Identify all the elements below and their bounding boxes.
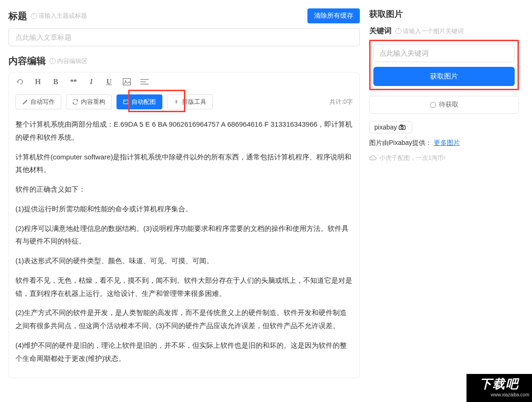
content-paragraph: (2)生产方式不同的软件是开发，是人类智能的高发挥，而不是传统意义上的硬件制造。… xyxy=(15,306,353,332)
editor-section-header: 内容编辑 内容编辑区 xyxy=(8,55,360,67)
more-images-link[interactable]: 更多图片 xyxy=(434,139,460,146)
watermark-badge: 下载吧 www.xiazaiba.com xyxy=(466,374,532,402)
word-count-label: 共计:0字 xyxy=(329,98,353,106)
title-section-header: 标题 请输入主题或标题 清除所有缓存 xyxy=(8,8,360,23)
fetch-image-title: 获取图片 xyxy=(369,8,519,20)
layout-tool-button[interactable]: 排版工具 xyxy=(167,94,213,109)
auto-image-button[interactable]: 自动配图 xyxy=(117,94,162,109)
svg-point-1 xyxy=(125,80,126,82)
title-hint: 请输入主题或标题 xyxy=(31,12,87,20)
action-toolbar: 自动写作 内容重构 自动配图 排版工具 共计:0字 xyxy=(9,92,359,116)
format-toolbar: H B ❝❝ I U xyxy=(9,72,359,92)
keyword-label-group: 关键词 请输入一个图片关键词 xyxy=(369,26,519,36)
clear-cache-button[interactable]: 清除所有缓存 xyxy=(307,8,360,23)
image-fetch-panel: 获取图片 关键词 请输入一个图片关键词 获取图片 待获取 pixabay 图片由… xyxy=(369,8,524,402)
editor-card: H B ❝❝ I U 自动写作 内容重构 xyxy=(8,72,360,378)
svg-point-6 xyxy=(124,101,125,102)
keyword-input[interactable] xyxy=(373,44,515,62)
content-paragraph: (4)维护不同的硬件是旧的，理论上软件是旧的，并不坏，但实际上软件也是旧的和坏的… xyxy=(15,339,353,365)
content-paragraph: (1)提供运行时所需功能和性能的命令或计算机程序集合。 xyxy=(15,202,353,215)
title-heading-group: 标题 请输入主题或标题 xyxy=(8,10,87,22)
undo-icon[interactable] xyxy=(15,77,25,86)
cloud-icon xyxy=(369,155,377,161)
fetch-image-button[interactable]: 获取图片 xyxy=(373,67,515,86)
image-credit: 图片由Pixabay提供： 更多图片 xyxy=(369,139,519,147)
camera-icon xyxy=(399,124,407,130)
editor-content[interactable]: 整个计算机系统由两部分组成：E.69DA 5 E 6 BA 9062616964… xyxy=(9,116,359,378)
keyword-label: 关键词 xyxy=(369,26,392,36)
content-paragraph: (2)程序可以满意地处理信息的数据结构。(3)说明程序功能要求和程序需要的文档的… xyxy=(15,222,353,248)
keyword-highlight-box: 获取图片 xyxy=(369,40,519,90)
editor-hint: 内容编辑区 xyxy=(50,57,87,65)
pixabay-badge: pixabay xyxy=(369,121,412,133)
image-icon[interactable] xyxy=(122,77,131,86)
bold-icon[interactable]: B xyxy=(51,77,60,86)
content-paragraph: 软件看不见，无色，枯燥，看不见，摸不到，闻不到。软件大部分存在于人们的头脑或纸上… xyxy=(15,274,353,300)
svg-rect-9 xyxy=(401,125,402,126)
underline-icon[interactable]: U xyxy=(104,77,114,86)
pending-status: 待获取 xyxy=(369,96,519,114)
main-content-panel: 标题 请输入主题或标题 清除所有缓存 内容编辑 内容编辑区 xyxy=(8,8,360,402)
quote-icon[interactable]: ❝❝ xyxy=(69,77,78,86)
info-icon xyxy=(395,28,401,34)
italic-icon[interactable]: I xyxy=(87,77,96,86)
svg-rect-5 xyxy=(124,100,128,104)
article-title-input[interactable] xyxy=(8,28,360,46)
editor-heading: 内容编辑 xyxy=(8,55,46,67)
keyword-hint: 请输入一个图片关键词 xyxy=(395,27,464,36)
restructure-button[interactable]: 内容重构 xyxy=(66,94,112,109)
title-heading: 标题 xyxy=(8,10,27,22)
cost-tip: 小虎子配图，一次1淘币! xyxy=(369,154,519,162)
content-paragraph: 计算机软件(computer software)是指计算机系统中除硬件以外的所有… xyxy=(15,151,353,177)
content-paragraph: (1)表达形式不同的硬件类型、颜色、味道、可见、可摸、可闻。 xyxy=(15,254,353,267)
editor-heading-group: 内容编辑 内容编辑区 xyxy=(8,55,87,67)
circle-icon xyxy=(430,102,436,108)
info-icon xyxy=(50,58,56,64)
info-icon xyxy=(31,13,37,19)
heading-icon[interactable]: H xyxy=(33,77,43,86)
auto-write-button[interactable]: 自动写作 xyxy=(15,94,61,109)
content-paragraph: 整个计算机系统由两部分组成：E.69DA 5 E 6 BA 9062616964… xyxy=(15,118,353,144)
align-icon[interactable] xyxy=(140,77,149,86)
content-paragraph: 软件的正确含义如下： xyxy=(15,183,353,196)
svg-point-8 xyxy=(401,127,403,129)
